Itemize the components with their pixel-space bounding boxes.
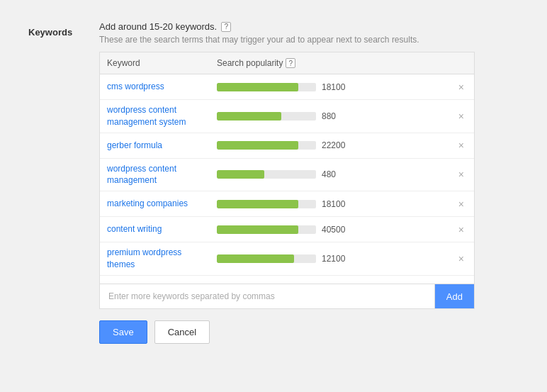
popularity-number: 2400	[322, 283, 350, 284]
page-container: Keywords Add around 15-20 keywords. ? Th…	[0, 0, 547, 392]
table-row: wordpress content management system880×	[100, 100, 474, 133]
keyword-cell[interactable]: cms wordpress	[107, 81, 217, 93]
table-body: cms wordpress18100×wordpress content man…	[100, 74, 474, 284]
table-row: content writing40500×	[100, 217, 474, 242]
remove-keyword-button[interactable]: ×	[456, 254, 467, 264]
remove-keyword-button[interactable]: ×	[456, 199, 467, 209]
keyword-input[interactable]	[100, 284, 434, 308]
popularity-help-icon[interactable]: ?	[286, 58, 295, 68]
bar-fill	[217, 225, 298, 234]
remove-keyword-button[interactable]: ×	[456, 82, 467, 92]
content-column: Add around 15-20 keywords. ? These are t…	[99, 21, 519, 344]
keyword-cell[interactable]: premium wordpress themes	[107, 247, 217, 271]
popularity-cell: 18100	[217, 82, 456, 92]
save-button[interactable]: Save	[99, 320, 147, 344]
popularity-cell: 480	[217, 169, 456, 179]
popularity-cell: 22200	[217, 140, 456, 150]
bar-fill	[217, 112, 281, 121]
popularity-number: 18100	[322, 82, 350, 92]
bar-track	[217, 141, 316, 150]
bar-fill	[217, 141, 298, 150]
popularity-cell: 2400	[217, 283, 456, 284]
bar-track	[217, 254, 316, 263]
bar-fill	[217, 170, 264, 179]
remove-keyword-button[interactable]: ×	[456, 283, 467, 284]
keywords-table: Keyword Search popularity ? cms wordpres…	[99, 52, 475, 309]
bar-track	[217, 200, 316, 208]
remove-keyword-button[interactable]: ×	[456, 111, 467, 121]
table-row: cms wordpress18100×	[100, 74, 474, 100]
add-button[interactable]: Add	[434, 284, 474, 308]
bar-fill	[217, 254, 294, 263]
bar-track	[217, 170, 316, 179]
keyword-cell[interactable]: marketing companies	[107, 198, 217, 210]
popularity-number: 12100	[322, 254, 350, 264]
popularity-cell: 880	[217, 111, 456, 121]
remove-keyword-button[interactable]: ×	[456, 225, 467, 235]
table-row: lead generation marketing2400×	[100, 276, 474, 284]
popularity-number: 22200	[322, 140, 350, 150]
instruction-header: Add around 15-20 keywords. ?	[99, 21, 519, 32]
table-header: Keyword Search popularity ?	[100, 52, 474, 74]
keyword-cell[interactable]: content writing	[107, 223, 217, 235]
bar-fill	[217, 83, 298, 91]
help-icon-instruction[interactable]: ?	[221, 22, 231, 32]
popularity-cell: 12100	[217, 254, 456, 264]
action-row: Save Cancel	[99, 320, 519, 344]
instruction-sub-text: These are the search terms that may trig…	[99, 35, 519, 45]
popularity-number: 40500	[322, 225, 350, 235]
popularity-cell: 18100	[217, 199, 456, 209]
keyword-cell[interactable]: gerber formula	[107, 140, 217, 152]
bar-track	[217, 225, 316, 234]
bar-fill	[217, 200, 298, 208]
instruction-bold-text: Add around 15-20 keywords.	[99, 21, 217, 32]
bar-track	[217, 112, 316, 121]
popularity-number: 880	[322, 111, 350, 121]
keyword-column-header: Keyword	[107, 58, 217, 68]
popularity-column-header: Search popularity ?	[217, 58, 467, 68]
bar-track	[217, 83, 316, 91]
popularity-cell: 40500	[217, 225, 456, 235]
table-row: marketing companies18100×	[100, 191, 474, 217]
section-label: Keywords	[28, 21, 99, 38]
cancel-button[interactable]: Cancel	[154, 320, 210, 344]
keyword-cell[interactable]: lead generation marketing	[107, 282, 217, 284]
keyword-input-row: Add	[100, 284, 474, 308]
table-row: gerber formula22200×	[100, 133, 474, 159]
popularity-number: 18100	[322, 199, 350, 209]
remove-keyword-button[interactable]: ×	[456, 140, 467, 150]
keyword-cell[interactable]: wordpress content management	[107, 163, 217, 187]
keyword-cell[interactable]: wordpress content management system	[107, 104, 217, 128]
table-row: premium wordpress themes12100×	[100, 242, 474, 276]
popularity-number: 480	[322, 169, 350, 179]
remove-keyword-button[interactable]: ×	[456, 169, 467, 179]
table-row: wordpress content management480×	[100, 159, 474, 192]
